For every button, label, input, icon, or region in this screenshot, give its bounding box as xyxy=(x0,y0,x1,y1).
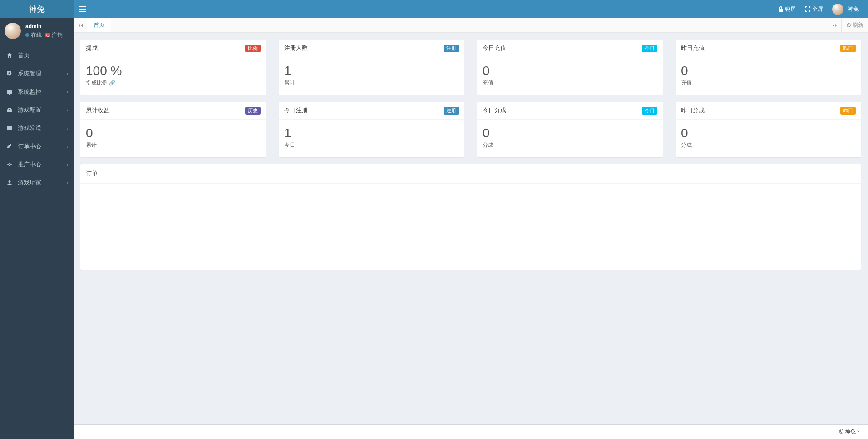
logout-link[interactable]: 注销 xyxy=(52,31,63,39)
stat-card-1-0: 提成比例100 %提成比例🔗 xyxy=(80,40,266,95)
brand-logo[interactable]: 神兔 xyxy=(0,0,74,18)
footer: © 神兔丶 xyxy=(74,424,868,439)
send-icon xyxy=(7,125,15,131)
logout-icon[interactable]: ⏻ xyxy=(45,33,50,37)
sidebar-item-label: 游戏发送 xyxy=(18,124,41,132)
monitor-icon xyxy=(7,89,15,95)
tab-home[interactable]: 首页 xyxy=(87,18,111,32)
card-value: 0 xyxy=(681,64,856,78)
sidebar-menu: 首页系统管理‹系统监控‹游戏配置‹游戏发送‹订单中心‹推广中心‹游戏玩家‹ xyxy=(0,46,74,192)
sidebar-item-7[interactable]: 游戏玩家‹ xyxy=(0,174,74,192)
card-sub: 累计 xyxy=(86,141,261,149)
chevron-left-icon: ‹ xyxy=(67,180,68,185)
gear-icon xyxy=(7,71,15,76)
order-title: 订单 xyxy=(80,164,861,184)
refresh-button[interactable]: 刷新 xyxy=(841,18,868,32)
card-sub: 今日 xyxy=(284,141,459,149)
card-badge: 历史 xyxy=(245,107,261,115)
card-sub: 充值 xyxy=(681,79,856,87)
stat-card-2-1: 今日注册注册1今日 xyxy=(279,102,464,157)
stat-card-1-2: 今日充值今日0充值 xyxy=(477,40,663,95)
bars-icon xyxy=(79,6,86,12)
card-title: 昨日充值 xyxy=(681,44,705,52)
card-title: 提成 xyxy=(86,44,98,52)
stat-card-2-3: 昨日分成昨日0分成 xyxy=(676,102,861,157)
card-value: 1 xyxy=(284,64,459,78)
chevron-left-icon: ‹ xyxy=(67,126,68,131)
svg-rect-0 xyxy=(7,126,12,130)
avatar xyxy=(5,23,21,39)
chevron-double-left-icon xyxy=(78,24,83,27)
sidebar-item-label: 游戏配置 xyxy=(18,106,41,114)
refresh-icon xyxy=(846,23,851,28)
expand-icon xyxy=(805,6,810,12)
card-sub: 分成 xyxy=(681,141,856,149)
share-icon xyxy=(7,162,15,167)
sidebar-item-label: 订单中心 xyxy=(18,142,41,150)
sidebar-item-0[interactable]: 首页 xyxy=(0,46,74,65)
card-sub: 充值 xyxy=(483,79,657,87)
card-title: 注册人数 xyxy=(284,44,308,52)
card-title: 昨日分成 xyxy=(681,106,705,115)
card-value: 0 xyxy=(86,126,261,140)
lock-label: 锁屏 xyxy=(785,5,796,13)
sidebar-item-3[interactable]: 游戏配置‹ xyxy=(0,101,74,119)
home-icon xyxy=(7,53,15,58)
card-badge: 注册 xyxy=(444,45,459,52)
sidebar-toggle[interactable] xyxy=(74,0,92,18)
card-sub: 分成 xyxy=(483,141,657,149)
user-icon xyxy=(7,180,15,185)
sidebar-item-5[interactable]: 订单中心‹ xyxy=(0,137,74,155)
card-badge: 今日 xyxy=(642,107,657,115)
chevron-left-icon: ‹ xyxy=(67,162,68,167)
sidebar-item-label: 首页 xyxy=(18,51,30,60)
header-username: 神兔 xyxy=(848,5,859,13)
card-title: 今日注册 xyxy=(284,106,308,115)
stat-card-1-3: 昨日充值昨日0充值 xyxy=(676,40,861,95)
card-badge: 昨日 xyxy=(840,45,856,52)
navbar: 神兔 锁屏 全屏 神兔 xyxy=(0,0,868,18)
user-panel: admin 在线 ⏻ 注销 xyxy=(0,18,74,44)
tabs-bar: 首页 刷新 xyxy=(74,18,868,33)
sidebar-item-4[interactable]: 游戏发送‹ xyxy=(0,119,74,137)
card-title: 累计收益 xyxy=(86,106,109,115)
fullscreen-label: 全屏 xyxy=(812,5,823,13)
tabs-prev[interactable] xyxy=(74,18,87,32)
card-sub: 提成比例🔗 xyxy=(86,79,261,87)
card-badge: 注册 xyxy=(444,107,459,115)
order-body xyxy=(80,184,861,270)
edit-icon xyxy=(7,144,15,149)
fullscreen-button[interactable]: 全屏 xyxy=(800,0,828,18)
stat-card-2-0: 累计收益历史0累计 xyxy=(80,102,266,157)
card-badge: 今日 xyxy=(642,45,657,52)
link-icon[interactable]: 🔗 xyxy=(109,80,115,86)
card-value: 0 xyxy=(483,64,657,78)
tabs-next[interactable] xyxy=(828,18,841,32)
card-sub: 累计 xyxy=(284,79,459,87)
order-panel: 订单 xyxy=(80,164,861,270)
stat-card-2-2: 今日分成今日0分成 xyxy=(477,102,663,157)
dashboard-icon xyxy=(7,107,15,113)
sidebar-item-label: 系统管理 xyxy=(18,70,41,78)
user-menu[interactable]: 神兔 xyxy=(828,0,863,18)
sidebar: admin 在线 ⏻ 注销 首页系统管理‹系统监控‹游戏配置‹游戏发送‹订单中心… xyxy=(0,18,74,439)
card-badge: 昨日 xyxy=(840,107,856,115)
card-title: 今日充值 xyxy=(483,44,506,52)
sidebar-item-label: 游戏玩家 xyxy=(18,179,41,187)
online-label: 在线 xyxy=(31,31,42,39)
lock-button[interactable]: 锁屏 xyxy=(774,0,800,18)
sidebar-item-6[interactable]: 推广中心‹ xyxy=(0,155,74,174)
sidebar-item-1[interactable]: 系统管理‹ xyxy=(0,65,74,83)
sidebar-item-2[interactable]: 系统监控‹ xyxy=(0,83,74,101)
card-title: 今日分成 xyxy=(483,106,506,115)
chevron-left-icon: ‹ xyxy=(67,71,68,76)
refresh-label: 刷新 xyxy=(853,21,863,29)
card-value: 1 xyxy=(284,126,459,140)
card-badge: 比例 xyxy=(245,45,261,52)
stat-card-1-1: 注册人数注册1累计 xyxy=(279,40,464,95)
online-dot-icon xyxy=(25,33,29,37)
sidebar-item-label: 推广中心 xyxy=(18,160,41,169)
user-name: admin xyxy=(25,23,63,30)
lock-icon xyxy=(779,6,783,12)
card-value: 0 xyxy=(681,126,856,140)
